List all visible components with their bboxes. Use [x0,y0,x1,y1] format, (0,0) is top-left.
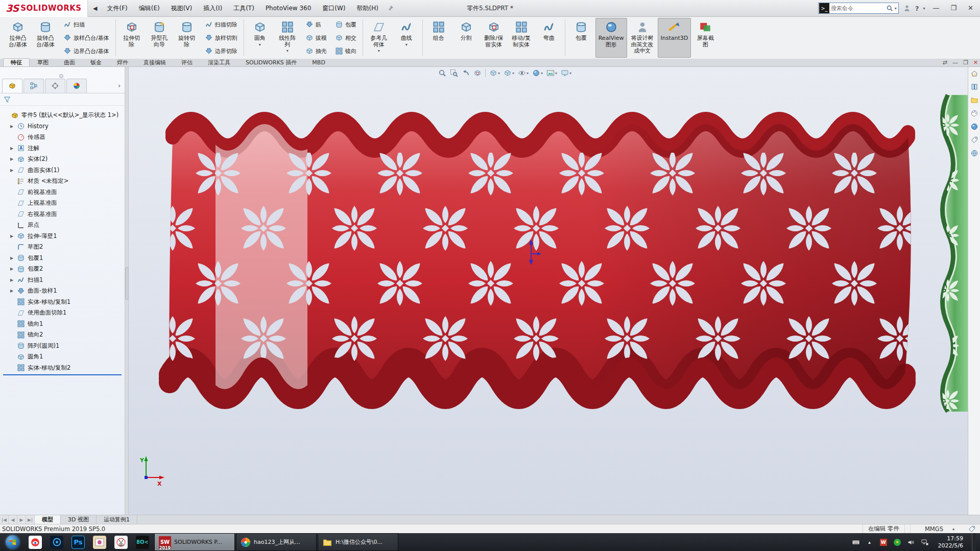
ribbon-rib-button[interactable]: 筋 [303,19,329,30]
doc-tab-3d-views[interactable]: 3D 视图 [61,515,97,524]
tab-last-button[interactable]: ▶| [26,515,35,524]
tree-item-history[interactable]: ▶History [2,121,125,132]
tree-item-material[interactable]: 材质 <未指定> [2,176,125,187]
tray-green-app-tray-button[interactable]: ✦ [893,538,902,547]
dropdown-caret-icon[interactable]: ▾ [259,42,261,47]
expand-arrow-icon[interactable]: ▶ [9,267,14,271]
ribbon-curves-button[interactable]: 曲线▾ [393,18,420,58]
tree-item-mirror2[interactable]: 镜向2 [2,329,125,341]
units-selector[interactable]: MMGS [925,525,943,533]
menu-file[interactable]: 文件(F) [101,0,133,16]
tree-item-body-move-copy1[interactable]: 实体-移动/复制1 [2,297,125,308]
tab-direct-editing[interactable]: 直接编辑 [136,58,174,66]
tab-first-button[interactable]: |◀ [0,515,9,524]
tab-evaluate[interactable]: 评估 [174,58,200,66]
taskbar-clock[interactable]: 17:59 2022/5/6 [934,535,967,549]
tree-item-front-plane[interactable]: 前视基准面 [2,187,125,198]
tree-item-cut-with-surface1[interactable]: 使用曲面切除1 [2,307,125,319]
taskbar-window-solidworks[interactable]: SW2019SOLIDWORKS P... [154,533,235,551]
headsup-edit-appearance-button[interactable]: ▾ [532,69,543,77]
ribbon-linear-pattern-button[interactable]: 线性阵 列▾ [274,18,301,58]
taskbar-app-screenshot-tool[interactable] [110,533,132,551]
tray-speaker-button[interactable] [906,538,916,547]
doc-tab-model[interactable]: 模型 [35,515,61,524]
tree-item-mirror1[interactable]: 镜向1 [2,319,125,330]
headsup-previous-view-button[interactable] [462,69,470,77]
ribbon-extruded-cut-button[interactable]: 拉伸切 除 [118,18,145,58]
dropdown-caret-icon[interactable]: ▾ [498,71,500,76]
taskpane-view-palette-button[interactable] [968,107,980,120]
panel-splitter[interactable] [125,67,129,515]
tray-network-button[interactable] [920,538,929,547]
feature-manager-tab[interactable] [2,79,22,93]
tab-surfaces[interactable]: 曲面 [56,58,83,66]
tree-item-origin[interactable]: 原点 [2,220,125,231]
ribbon-instant3d-button[interactable]: Instant3D [658,18,691,58]
ribbon-revolve-boss-button[interactable]: 旋转凸 台/基体 [32,18,59,58]
expand-arrow-icon[interactable]: ▶ [9,124,14,129]
expand-arrow-icon[interactable]: ▶ [9,278,14,282]
tree-item-surface-loft1[interactable]: ▶曲面-放样1 [2,285,125,297]
filter-funnel-icon[interactable] [3,95,11,104]
tree-item-body-move-copy2[interactable]: 实体-移动/复制2 [2,363,125,374]
menu-help[interactable]: 帮助(H) [351,0,384,16]
headsup-view-orientation-button[interactable]: ▾ [489,69,500,77]
viewport-canvas[interactable]: Y X ▾▾▾▾▾▾ [129,67,968,515]
menu-insert[interactable]: 插入(I) [198,0,228,16]
taskpane-resources-home-button[interactable] [968,67,980,80]
ribbon-wrap-button[interactable]: 包覆 [568,18,594,58]
tab-next-button[interactable]: ▶ [17,515,26,524]
ribbon-draft-button[interactable]: 拔模 [303,33,329,43]
taskbar-app-image-tool[interactable]: 8O< [132,533,153,551]
tree-item-surface-bodies[interactable]: ▶曲面实体(1) [2,165,125,176]
menu-edit[interactable]: 编辑(E) [133,0,165,16]
configuration-manager-tab[interactable] [45,79,65,93]
dropdown-caret-icon[interactable]: ▾ [569,71,571,76]
panel-collapse-dot[interactable] [59,74,63,78]
ribbon-combine-button[interactable]: 组合 [425,18,452,58]
tab-prev-button[interactable]: ◀ [9,515,17,524]
expand-arrow-icon[interactable]: ▶ [9,168,14,173]
taskpane-forum-button[interactable] [968,147,980,160]
dropdown-caret-icon[interactable]: ▾ [555,71,557,76]
arrange-windows-icon[interactable]: ⇄ [943,59,947,66]
taskbar-app-dark-browser[interactable] [46,533,67,551]
headsup-view-settings-button[interactable]: ▾ [561,69,571,77]
menu-pin-icon[interactable] [387,5,394,12]
expand-arrow-icon[interactable]: ▶ [9,234,14,238]
tree-item-circular-pattern1[interactable]: 阵列(圆周)1 [2,341,125,352]
search-icon[interactable] [886,5,893,12]
dropdown-caret-icon[interactable]: ▾ [405,42,408,47]
expand-arrow-icon[interactable]: ▶ [9,146,14,151]
doc-tab-motion-study-1[interactable]: 运动算例1 [97,515,137,524]
close-button[interactable]: ✕ [964,2,977,14]
taskbar-window-explorer[interactable]: H:\微信公众号\0... [318,533,398,551]
tree-root[interactable]: 零件5 (默认<<默认>_显示状态 1>) [2,110,125,121]
property-manager-tab[interactable] [23,79,44,93]
dropdown-caret-icon[interactable]: ▾ [541,71,543,76]
tree-item-solid-bodies[interactable]: ▶实体(2) [2,154,125,165]
tree-item-extrude-thin1[interactable]: ▶拉伸-薄壁1 [2,231,125,242]
ribbon-tree-language-button[interactable]: 将设计树 由英文改 成中文 [628,18,657,58]
units-caret-icon[interactable]: ▴ [952,526,954,531]
tree-item-fillet1[interactable]: 圆角1 [2,351,125,363]
tray-tray-expand-button[interactable]: ▴ [865,538,874,547]
panel-expand-arrow-icon[interactable]: › [118,82,121,89]
ribbon-boundary-cut-button[interactable]: 边界切除 [202,46,240,56]
display-manager-tab[interactable] [66,79,87,93]
dropdown-caret-icon[interactable]: ▾ [512,71,514,76]
doc-restore-icon[interactable]: ❐ [963,59,968,66]
headsup-display-style-button[interactable]: ▾ [504,69,514,77]
ribbon-mirror-button[interactable]: 镜向 [332,46,359,56]
ribbon-wrap-button[interactable]: 包覆 [332,19,359,30]
menu-photoview-360[interactable]: PhotoView 360 [260,0,317,16]
taskbar-app-photos[interactable] [89,533,110,551]
ribbon-split-button[interactable]: 分割 [453,18,480,58]
panel-splitter-grip[interactable] [125,267,129,300]
help-icon[interactable]: ? [915,5,919,12]
menu-tools[interactable]: 工具(T) [228,0,260,16]
taskpane-appearances-button[interactable] [968,120,980,133]
search-input[interactable] [831,5,886,12]
taskpane-custom-properties-button[interactable] [968,133,980,147]
tree-item-wrap2[interactable]: ▶包覆2 [2,263,125,275]
